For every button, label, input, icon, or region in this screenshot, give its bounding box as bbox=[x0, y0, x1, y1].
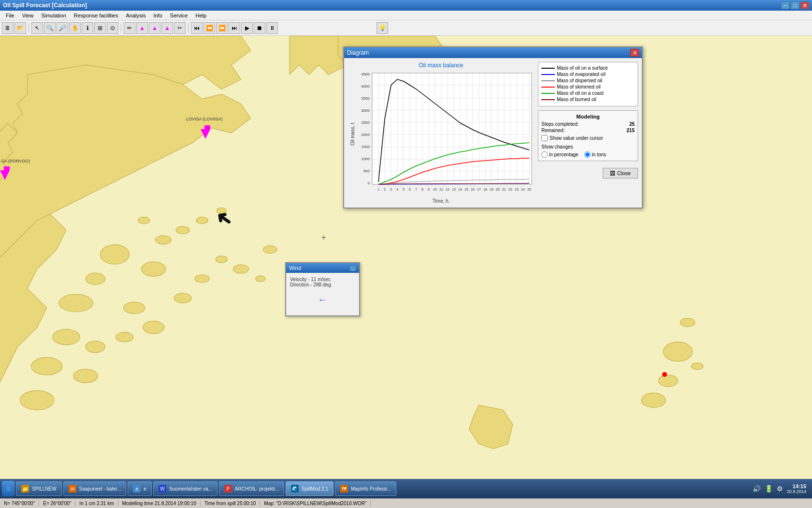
close-button-label: Close bbox=[617, 170, 631, 176]
app-label-saapuneet: Saapuneet - kaler... bbox=[79, 486, 121, 492]
taskbar-app-mapinfo[interactable]: 🗺 MapInfo Professi... bbox=[335, 481, 396, 496]
legend-line-coast bbox=[541, 93, 555, 94]
svg-point-19 bbox=[663, 342, 692, 361]
svg-text:21: 21 bbox=[502, 188, 506, 191]
radio-percentage[interactable]: in percentage bbox=[541, 151, 579, 158]
svg-marker-35 bbox=[0, 170, 10, 180]
modeling-box: Modeling Steps completed: 25 Remained: 2… bbox=[538, 110, 638, 161]
toolbar-pause[interactable]: ⏸ bbox=[266, 22, 278, 34]
legend-box: Mass of oil on a surface Mass of evapora… bbox=[538, 62, 638, 106]
legend-label-burned: Mass of burned oil bbox=[557, 97, 596, 102]
toolbar-draw[interactable]: ✏ bbox=[124, 22, 135, 34]
menu-response-facilities[interactable]: Response facilities bbox=[70, 12, 122, 19]
x-axis-label: Time, h. bbox=[348, 198, 534, 204]
toolbar-cut[interactable]: ✂ bbox=[174, 22, 186, 34]
svg-text:8: 8 bbox=[421, 188, 423, 191]
radio-percentage-label: in percentage bbox=[549, 152, 579, 157]
taskbar-app-saapuneet[interactable]: ✉ Saapuneet - kaler... bbox=[63, 481, 127, 496]
svg-point-9 bbox=[233, 265, 248, 273]
wind-arrow-area: ← bbox=[290, 287, 355, 312]
wind-minimize-button[interactable]: _ bbox=[349, 265, 356, 271]
status-bar: N= 745°00'00" E= 26°00'00" In 1 cm 2.31 … bbox=[0, 498, 812, 508]
menu-view[interactable]: View bbox=[18, 12, 38, 19]
marker-porvoo: GA (PORVOO) bbox=[0, 166, 10, 180]
menu-simulation[interactable]: Simulation bbox=[37, 12, 70, 19]
diagram-right-panel: Mass of oil on a surface Mass of evapora… bbox=[538, 62, 638, 204]
svg-text:0: 0 bbox=[368, 181, 370, 185]
menu-help[interactable]: Help bbox=[191, 12, 210, 19]
show-cursor-label: Show value under cursor bbox=[550, 135, 603, 141]
svg-point-5 bbox=[123, 302, 145, 314]
toolbar-play[interactable]: ▶ bbox=[241, 22, 253, 34]
diagram-titlebar[interactable]: Diagram ✕ bbox=[344, 47, 642, 58]
taskbar-app-ie[interactable]: e e bbox=[128, 481, 152, 496]
taskbar-app-spillmod[interactable]: 🌊 SpillMod 2.1 bbox=[286, 481, 334, 496]
radio-tons-input[interactable] bbox=[584, 151, 591, 158]
toolbar-select[interactable]: ↖ bbox=[31, 22, 43, 34]
marker-porvoo-pin bbox=[0, 166, 10, 180]
svg-rect-37 bbox=[372, 73, 532, 184]
maximize-button[interactable]: □ bbox=[791, 1, 799, 9]
modeling-title: Modeling bbox=[541, 114, 635, 120]
legend-line-dispersed bbox=[541, 80, 555, 81]
wind-velocity: Velocity - 11 m/sec bbox=[290, 277, 355, 282]
menu-service[interactable]: Service bbox=[166, 12, 192, 19]
svg-point-11 bbox=[263, 246, 277, 254]
marker-porvoo-label: GA (PORVOO) bbox=[1, 159, 30, 164]
toolbar-zoom-out[interactable]: 🔎 bbox=[57, 22, 68, 34]
svg-text:16: 16 bbox=[471, 188, 475, 191]
steps-value: 25 bbox=[629, 121, 635, 127]
close-button[interactable]: 🖼 Close bbox=[603, 168, 638, 179]
toolbar-pan[interactable]: ✋ bbox=[69, 22, 81, 34]
svg-point-21 bbox=[680, 318, 695, 327]
toolbar-grid[interactable]: ⊞ bbox=[94, 22, 106, 34]
start-button[interactable]: ⊞ bbox=[2, 481, 14, 496]
svg-point-31 bbox=[156, 236, 171, 244]
toolbar-marker1[interactable]: ▲ bbox=[136, 22, 148, 34]
toolbar-light[interactable]: 💡 bbox=[377, 22, 388, 34]
clock[interactable]: 14:15 20.8.2014 bbox=[787, 483, 806, 494]
svg-rect-36 bbox=[4, 166, 10, 170]
taskbar-right: 🔊 🔋 ⚙ 14:15 20.8.2014 bbox=[753, 483, 810, 494]
menu-analysis[interactable]: Analysis bbox=[122, 12, 149, 19]
menu-info[interactable]: Info bbox=[149, 12, 166, 19]
close-button-main[interactable]: ✕ bbox=[800, 1, 809, 9]
svg-text:1000: 1000 bbox=[361, 157, 370, 161]
legend-coast: Mass of oil on a coast bbox=[541, 90, 635, 96]
wind-titlebar[interactable]: Wind _ bbox=[286, 263, 359, 273]
toolbar-marker2[interactable]: ▲ bbox=[149, 22, 160, 34]
show-cursor-checkbox[interactable] bbox=[541, 135, 548, 141]
toolbar-marker3[interactable]: ▲ bbox=[161, 22, 173, 34]
toolbar-first[interactable]: ⏮ bbox=[191, 22, 203, 34]
toolbar-new[interactable]: 🗎 bbox=[2, 22, 14, 34]
map-red-dot bbox=[662, 372, 667, 377]
status-coord-e: E= 26°00'00" bbox=[39, 501, 75, 506]
toolbar-prev[interactable]: ⏪ bbox=[203, 22, 215, 34]
modeling-steps-row: Steps completed: 25 bbox=[541, 121, 635, 127]
minimize-button[interactable]: ─ bbox=[781, 1, 790, 9]
legend-label-coast: Mass of oil on a coast bbox=[557, 90, 604, 96]
toolbar-zoom-in[interactable]: 🔍 bbox=[44, 22, 56, 34]
y-axis-label: Oil mass, t bbox=[348, 71, 355, 197]
status-time-from-spill: Time from spill 25:00:10 bbox=[201, 501, 260, 506]
toolbar-search[interactable]: ⊙ bbox=[107, 22, 118, 34]
toolbar-last[interactable]: ⏭ bbox=[229, 22, 240, 34]
svg-point-13 bbox=[86, 341, 105, 353]
wind-arrow-icon: ← bbox=[318, 294, 328, 305]
menu-file[interactable]: File bbox=[2, 12, 18, 19]
toolbar-open[interactable]: 📂 bbox=[14, 22, 26, 34]
toolbar-stop[interactable]: ⏹ bbox=[254, 22, 265, 34]
toolbar-info[interactable]: ℹ bbox=[82, 22, 93, 34]
svg-point-6 bbox=[174, 293, 191, 303]
taskbar-app-suomenlahden[interactable]: W Suomenlahden va... bbox=[153, 481, 218, 496]
svg-point-4 bbox=[59, 294, 93, 312]
diagram-window: Diagram ✕ Oil mass balance Oil mass, t bbox=[343, 46, 643, 209]
radio-tons[interactable]: in tons bbox=[584, 151, 606, 158]
diagram-window-close[interactable]: ✕ bbox=[630, 49, 639, 57]
remained-value: 215 bbox=[626, 128, 635, 133]
radio-percentage-input[interactable] bbox=[541, 151, 548, 158]
taskbar-app-spillnew[interactable]: 📁 SPILLNEW bbox=[16, 481, 62, 496]
svg-text:12: 12 bbox=[446, 188, 450, 191]
taskbar-app-archoil[interactable]: P ARCHOIL- projekti... bbox=[219, 481, 284, 496]
toolbar-next[interactable]: ⏩ bbox=[216, 22, 228, 34]
